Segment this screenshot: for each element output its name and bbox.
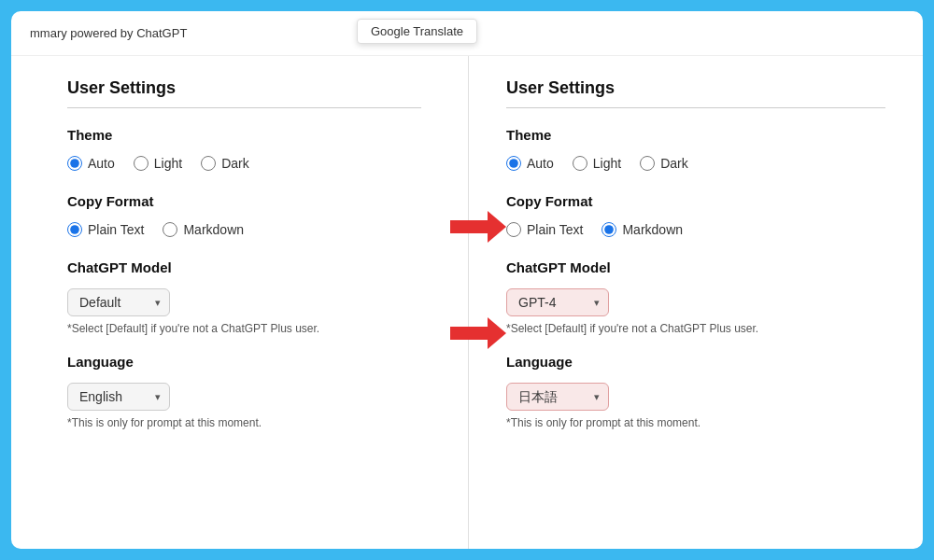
right-language-select-wrapper: English 日本語 ▾ xyxy=(506,383,609,411)
right-copy-plain-text[interactable]: Plain Text xyxy=(506,222,583,237)
left-copy-plain-text[interactable]: Plain Text xyxy=(67,222,144,237)
left-copy-markdown-label: Markdown xyxy=(183,222,244,237)
right-language-label: Language xyxy=(506,354,885,370)
left-theme-dark[interactable]: Dark xyxy=(201,156,249,171)
left-model-hint: *Select [Default] if you're not a ChatGP… xyxy=(67,322,421,335)
right-copy-markdown[interactable]: Markdown xyxy=(601,222,683,237)
right-theme-light-label: Light xyxy=(593,156,621,171)
left-theme-dark-label: Dark xyxy=(221,156,249,171)
right-theme-dark-label: Dark xyxy=(660,156,688,171)
right-language-select[interactable]: English 日本語 xyxy=(506,383,609,411)
left-theme-light[interactable]: Light xyxy=(134,156,182,171)
right-model-select-wrapper: Default GPT-4 ▾ xyxy=(506,288,609,316)
left-theme-light-label: Light xyxy=(154,156,182,171)
right-theme-group: Auto Light Dark xyxy=(506,156,885,171)
right-theme-auto-label: Auto xyxy=(527,156,554,171)
left-copy-markdown[interactable]: Markdown xyxy=(163,222,244,237)
right-theme-dark[interactable]: Dark xyxy=(640,156,688,171)
right-model-hint: *Select [Default] if you're not a ChatGP… xyxy=(506,322,885,335)
right-copy-plain-text-label: Plain Text xyxy=(527,222,583,237)
left-theme-group: Auto Light Dark xyxy=(67,156,421,171)
right-model-label: ChatGPT Model xyxy=(506,259,885,275)
right-copy-format-group: Plain Text Markdown xyxy=(506,222,885,237)
right-panel-title: User Settings xyxy=(506,78,885,98)
left-language-hint: *This is only for prompt at this moment. xyxy=(67,416,421,429)
left-copy-format-label: Copy Format xyxy=(67,193,421,209)
left-model-label: ChatGPT Model xyxy=(67,259,421,275)
right-theme-light[interactable]: Light xyxy=(573,156,621,171)
top-bar-title: mmary powered by ChatGPT xyxy=(30,26,187,40)
left-model-select-wrapper: Default GPT-4 ▾ xyxy=(67,288,170,316)
right-language-hint: *This is only for prompt at this moment. xyxy=(506,416,885,429)
left-copy-format-group: Plain Text Markdown xyxy=(67,222,421,237)
app-container: mmary powered by ChatGPT Google Translat… xyxy=(11,11,923,549)
left-language-label: Language xyxy=(67,354,421,370)
left-theme-auto-label: Auto xyxy=(88,156,115,171)
left-language-select-wrapper: English 日本語 ▾ xyxy=(67,383,170,411)
right-theme-auto[interactable]: Auto xyxy=(506,156,554,171)
right-copy-format-label: Copy Format xyxy=(506,193,885,209)
left-language-select[interactable]: English 日本語 xyxy=(67,383,170,411)
main-content: User Settings Theme Auto Light Dark xyxy=(11,56,923,549)
right-copy-markdown-label: Markdown xyxy=(622,222,683,237)
right-divider xyxy=(506,107,885,108)
google-translate-button[interactable]: Google Translate xyxy=(357,19,477,44)
left-panel-title: User Settings xyxy=(67,78,421,98)
left-panel: User Settings Theme Auto Light Dark xyxy=(11,56,469,549)
left-theme-auto[interactable]: Auto xyxy=(67,156,115,171)
top-bar: mmary powered by ChatGPT Google Translat… xyxy=(11,11,923,56)
left-divider xyxy=(67,107,421,108)
left-theme-label: Theme xyxy=(67,127,421,143)
left-copy-plain-text-label: Plain Text xyxy=(88,222,144,237)
right-panel: User Settings Theme Auto Light Dark xyxy=(469,56,923,549)
left-model-select[interactable]: Default GPT-4 xyxy=(67,288,170,316)
right-theme-label: Theme xyxy=(506,127,885,143)
right-model-select[interactable]: Default GPT-4 xyxy=(506,288,609,316)
